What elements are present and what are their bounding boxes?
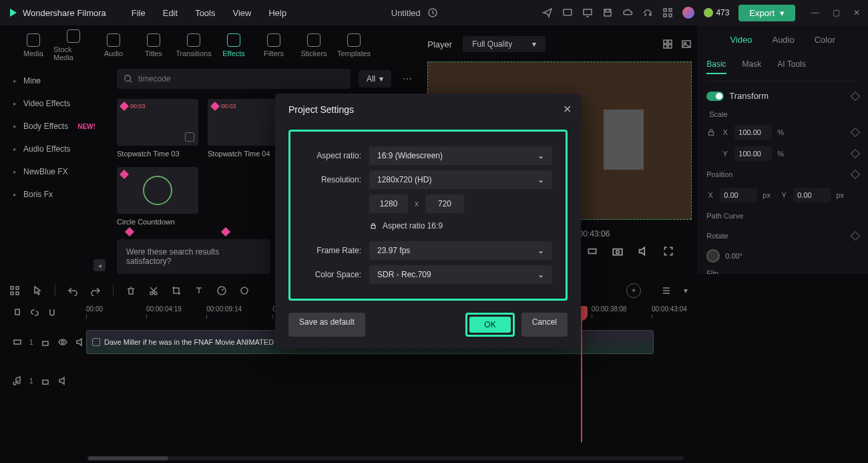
modal-backdrop: Project Settings ✕ Aspect ratio: 16:9 (W… — [0, 0, 868, 463]
colorspace-label: Color Space: — [297, 270, 361, 279]
save-default-button[interactable]: Save as default — [288, 313, 365, 337]
resolution-label: Resolution: — [297, 175, 361, 184]
resolution-dropdown[interactable]: 1280x720 (HD)⌄ — [369, 170, 552, 189]
colorspace-dropdown[interactable]: SDR - Rec.709⌄ — [369, 265, 552, 284]
svg-rect-34 — [371, 225, 375, 228]
framerate-label: Frame Rate: — [297, 246, 361, 255]
aspect-label: Aspect ratio: — [297, 151, 361, 160]
framerate-dropdown[interactable]: 23.97 fps⌄ — [369, 241, 552, 260]
chevron-down-icon: ⌄ — [537, 175, 544, 184]
aspect-dropdown[interactable]: 16:9 (Widescreen)⌄ — [369, 146, 552, 165]
resolution-width-input[interactable] — [369, 194, 408, 213]
chevron-down-icon: ⌄ — [537, 246, 544, 255]
project-settings-dialog: Project Settings ✕ Aspect ratio: 16:9 (W… — [275, 94, 581, 349]
lock-aspect-label: Aspect ratio 16:9 — [383, 221, 443, 230]
lock-icon[interactable] — [369, 222, 377, 230]
resolution-height-input[interactable] — [425, 194, 464, 213]
chevron-down-icon: ⌄ — [537, 270, 544, 279]
ok-highlight: OK — [465, 313, 514, 337]
x-separator: x — [415, 199, 419, 208]
settings-highlight: Aspect ratio: 16:9 (Widescreen)⌄ Resolut… — [288, 130, 568, 301]
dialog-close-button[interactable]: ✕ — [563, 103, 572, 116]
dialog-title: Project Settings — [288, 104, 568, 115]
cancel-button[interactable]: Cancel — [521, 313, 568, 337]
chevron-down-icon: ⌄ — [537, 151, 544, 160]
ok-button[interactable]: OK — [469, 317, 510, 333]
